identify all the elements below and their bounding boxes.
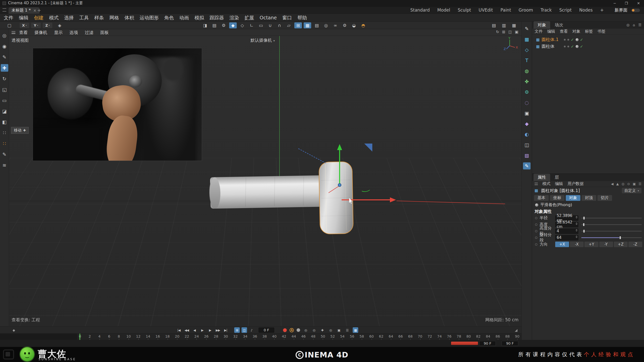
tab-close-icon[interactable]: × <box>33 8 36 13</box>
zoom-tool[interactable]: ◎ <box>1 32 8 39</box>
pen-tool[interactable]: ✎ <box>1 53 8 61</box>
viewport-layout-icon[interactable]: ◫ <box>508 30 512 34</box>
record-button[interactable]: A <box>290 328 294 332</box>
menu-item[interactable]: 创建 <box>31 14 46 22</box>
toolbar-icon[interactable]: ∟ <box>248 22 255 28</box>
record-button[interactable]: ◎ <box>311 327 317 333</box>
record-button[interactable] <box>297 328 300 332</box>
menu-item[interactable]: 工具 <box>76 14 92 22</box>
viewport-layout-icon[interactable]: ⊞ <box>502 30 505 34</box>
primitive-cube[interactable]: ▦ <box>523 36 531 43</box>
toolbar-icon[interactable]: ▤ <box>313 22 320 28</box>
toolbar-icon[interactable]: ◒ <box>350 22 358 28</box>
om-menu-item[interactable]: 文件 <box>535 29 543 34</box>
deformer[interactable]: ◆ <box>523 120 531 127</box>
menu-item[interactable]: 帮助 <box>295 14 310 22</box>
attr-tool-icon[interactable]: ◎ <box>622 182 624 186</box>
attr-menu-item[interactable]: 模式 <box>542 181 550 187</box>
record-button[interactable]: ◎ <box>328 327 333 333</box>
menu-item[interactable]: 体积 <box>122 14 137 22</box>
transport-button[interactable]: ◀◀ <box>184 327 189 333</box>
gizmo-x-axis[interactable] <box>342 199 390 200</box>
toolbar-icon[interactable]: ◇ <box>238 22 246 28</box>
axis-lock-button[interactable]: Y▾ <box>31 23 41 28</box>
section-tab[interactable]: 封顶 <box>582 195 596 201</box>
gizmo-y-arrowhead[interactable] <box>337 144 342 150</box>
menu-item[interactable]: 动画 <box>177 14 192 22</box>
spinner-arrows[interactable] <box>576 216 578 218</box>
transport-button[interactable]: ◀ <box>192 327 197 333</box>
timeline-toggle[interactable]: ⊞ <box>234 327 240 333</box>
attr-tool-icon[interactable]: ▲ <box>616 182 619 186</box>
render-visibility-dot[interactable] <box>567 46 569 48</box>
layout-icon[interactable]: ▤ <box>490 22 498 28</box>
record-button[interactable] <box>283 328 287 332</box>
workplane-mode[interactable]: ◧ <box>1 118 8 126</box>
gizmo-plane-handle[interactable] <box>364 144 372 152</box>
ui-toggle[interactable] <box>631 9 640 12</box>
gizmo-y-axis[interactable] <box>339 150 340 185</box>
minimize-button[interactable]: ─ <box>614 1 616 5</box>
toolbar-icon[interactable]: ∩ <box>276 22 283 28</box>
direction-option[interactable]: +X <box>555 242 569 247</box>
phong-tag-icon[interactable] <box>576 45 579 48</box>
model-mode[interactable]: ▭ <box>1 97 8 104</box>
slider-handle[interactable] <box>583 223 585 226</box>
attribute-tab[interactable]: 层 <box>551 174 563 181</box>
render-visibility-dot[interactable] <box>567 39 569 41</box>
keyframe-circle[interactable] <box>535 230 537 232</box>
spline-pen[interactable]: ✎ <box>523 25 531 32</box>
keyframe-circle[interactable] <box>535 223 537 226</box>
record-button[interactable]: ☰ <box>344 327 350 333</box>
section-tab[interactable]: 基本 <box>534 195 549 201</box>
direction-option[interactable]: +Z <box>614 242 628 247</box>
menu-item[interactable]: 渲染 <box>227 14 242 22</box>
attribute-tab[interactable]: 属性 <box>534 174 550 181</box>
menu-item[interactable]: 跟踪器 <box>207 14 227 22</box>
attr-tool-icon[interactable]: ◀ <box>611 182 614 186</box>
menu-item[interactable]: 窗口 <box>279 14 295 22</box>
playhead[interactable] <box>79 334 80 340</box>
viewport-layout-icon[interactable]: ▣ <box>515 30 518 34</box>
force-field[interactable]: ▧ <box>523 152 531 159</box>
viewport-menu-item[interactable]: 过滤 <box>85 30 93 35</box>
menu-item[interactable]: 扩展 <box>242 14 257 22</box>
attribute-value-field[interactable]: 64 <box>555 235 578 240</box>
keyframe-circle[interactable] <box>535 217 537 219</box>
toolbar-icon[interactable]: ⚙ <box>220 22 227 28</box>
transport-button[interactable]: |◀ <box>176 327 182 333</box>
text-spline[interactable]: T <box>523 57 531 64</box>
enable-check-icon[interactable]: ✓ <box>580 44 583 49</box>
toolbar-icon[interactable]: ◎ <box>322 22 330 28</box>
marker-icon[interactable]: ◆ <box>13 328 15 332</box>
record-button[interactable]: ▣ <box>336 327 342 333</box>
toolbar-icon[interactable]: ▦ <box>304 22 311 28</box>
layout-item[interactable]: Track <box>541 8 552 13</box>
layout-item[interactable]: Paint <box>500 8 511 13</box>
menu-item[interactable]: 网格 <box>107 14 122 22</box>
range-max-field[interactable]: 90 F <box>502 341 518 346</box>
layout-icon[interactable]: ▥ <box>500 22 508 28</box>
menu-item[interactable]: 选择 <box>61 14 76 22</box>
toolbar-icon[interactable]: ⊞ <box>294 22 302 28</box>
selection-tool[interactable]: ◉ <box>1 42 8 50</box>
preset-dropdown[interactable]: 自定义▾ <box>622 188 641 193</box>
object-name[interactable]: 圆柱体.1 <box>542 37 564 42</box>
menu-item[interactable]: 编辑 <box>16 14 31 22</box>
edge-mode[interactable]: ∷ <box>1 140 8 147</box>
attribute-value-field[interactable]: 4 <box>555 229 578 234</box>
view-label[interactable]: 透视视图 <box>12 37 29 43</box>
section-tab[interactable]: 对象 <box>566 195 580 201</box>
toolbar-icon[interactable]: ◨ <box>201 22 209 28</box>
keyframe-circle[interactable] <box>535 243 537 246</box>
slider-track[interactable] <box>581 231 642 232</box>
slider-track[interactable] <box>581 224 642 225</box>
volume-builder[interactable]: ⚙ <box>523 88 531 96</box>
timeline-toggle[interactable]: ◫ <box>242 327 247 333</box>
cloner[interactable]: ✤ <box>523 78 531 85</box>
menu-item[interactable]: 运动图形 <box>137 14 162 22</box>
new-tab-button[interactable]: + <box>37 8 41 13</box>
toolbar-icon[interactable]: ⚙ <box>341 22 348 28</box>
om-menu-item[interactable]: 查看 <box>560 29 568 34</box>
brush-tool[interactable]: ✎ <box>1 151 8 158</box>
